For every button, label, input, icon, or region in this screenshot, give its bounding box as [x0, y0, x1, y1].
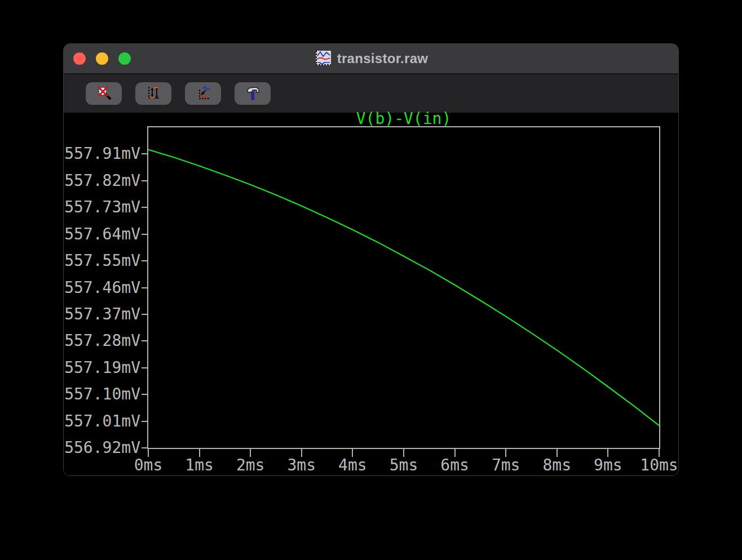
y-axis-tick — [142, 207, 148, 208]
desktop-background: transistor.raw — [0, 0, 742, 560]
y-tick-label: 557.28mV — [64, 332, 140, 349]
toolbar-button-zoom-cancel[interactable] — [86, 82, 122, 105]
y-axis-tick — [142, 340, 148, 341]
titlebar[interactable]: transistor.raw — [64, 44, 678, 74]
waveform-file-icon — [314, 50, 332, 68]
y-axis-tick — [142, 153, 148, 154]
y-axis-tick — [142, 234, 148, 235]
trace-axes-arrow-icon — [195, 85, 211, 102]
y-axis-tick — [142, 260, 148, 261]
y-axis-tick — [142, 421, 148, 422]
toolbar-button-tools[interactable] — [235, 82, 271, 105]
y-tick-label: 557.01mV — [64, 413, 140, 430]
title-group: transistor.raw — [314, 50, 429, 68]
y-axis-tick — [142, 394, 148, 395]
ltspice-waveform-window: transistor.raw — [64, 44, 678, 475]
minimize-button[interactable] — [96, 52, 108, 65]
y-axis-tick — [142, 367, 148, 368]
toolbar-button-plot-settings[interactable] — [185, 82, 221, 105]
x-tick-label: 10ms — [620, 457, 678, 474]
y-tick-label: 557.82mV — [64, 172, 140, 189]
window-title: transistor.raw — [337, 51, 429, 66]
toolbar-button-autoscale[interactable] — [135, 82, 171, 105]
trace-canvas — [148, 127, 659, 448]
axes-fit-arrows-icon — [145, 85, 162, 102]
window-controls — [73, 44, 131, 73]
y-tick-label: 556.92mV — [64, 439, 140, 456]
plot-pane: V(b)-V(in) 557.91mV557.82mV557.73mV557.6… — [64, 113, 678, 475]
y-tick-label: 557.19mV — [64, 359, 140, 376]
y-axis-tick — [142, 180, 148, 181]
y-axis-tick — [142, 447, 148, 448]
y-tick-label: 557.55mV — [64, 252, 140, 269]
y-tick-label: 557.91mV — [64, 145, 140, 162]
zoom-window-button[interactable] — [118, 52, 131, 65]
y-tick-label: 557.46mV — [64, 279, 140, 296]
trace-line — [148, 150, 659, 426]
toolbar — [64, 74, 678, 113]
y-tick-label: 557.10mV — [64, 386, 140, 403]
y-tick-label: 557.73mV — [64, 199, 140, 216]
hammer-icon — [244, 85, 261, 102]
y-axis-tick — [142, 287, 148, 288]
y-tick-label: 557.64mV — [64, 226, 140, 243]
magnifier-crossed-icon — [95, 85, 112, 102]
y-tick-label: 557.37mV — [64, 306, 140, 323]
y-axis-tick — [142, 314, 148, 315]
plot-title: V(b)-V(in) — [148, 111, 659, 127]
close-button[interactable] — [73, 52, 86, 65]
